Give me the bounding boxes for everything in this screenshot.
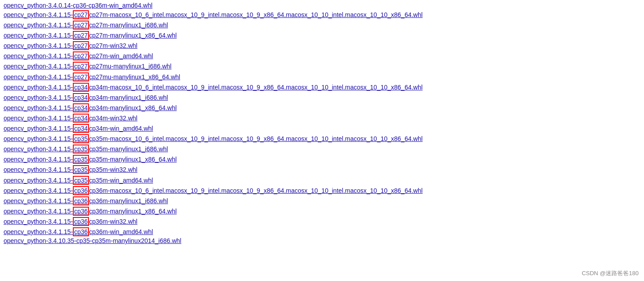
link-highlight: cp34 <box>73 124 89 133</box>
file-link[interactable]: opencv_python-3.4.1.15-cp35cp35m-macosx_… <box>4 134 423 143</box>
link-prefix: opencv_python-3.4.1.15- <box>4 187 73 194</box>
link-highlight: cp36 <box>73 186 89 195</box>
link-prefix: opencv_python-3.4.1.15- <box>4 177 73 184</box>
file-link[interactable]: opencv_python-3.4.1.15-cp35cp35m-manylin… <box>4 145 168 153</box>
list-item: opencv_python-3.4.1.15-cp36cp36m-macosx_… <box>4 186 640 196</box>
list-item: opencv_python-3.4.1.15-cp36cp36m-manylin… <box>4 196 640 206</box>
link-highlight: cp34 <box>73 103 89 112</box>
link-highlight: cp36 <box>73 217 89 226</box>
link-highlight: cp35 <box>73 155 89 164</box>
link-prefix: opencv_python-3.4.1.15- <box>4 21 73 29</box>
file-link[interactable]: opencv_python-3.4.1.15-cp34cp34m-manylin… <box>4 93 168 102</box>
link-suffix: cp36m-win_amd64.whl <box>89 228 153 235</box>
link-highlight: cp35 <box>73 165 89 174</box>
link-suffix: cp34m-manylinux1_x86_64.whl <box>89 104 177 111</box>
file-link[interactable]: opencv_python-3.4.1.15-cp34cp34m-win_amd… <box>4 124 153 133</box>
link-prefix: opencv_python-3.4.1.15- <box>4 218 73 225</box>
watermark: CSDN @迷路爸爸180 <box>582 269 639 277</box>
file-link[interactable]: opencv_python-3.4.1.15-cp36cp36m-manylin… <box>4 196 168 205</box>
link-highlight: cp35 <box>73 145 89 153</box>
list-item: opencv_python-3.4.1.15-cp35cp35m-macosx_… <box>4 134 640 144</box>
link-highlight: cp36 <box>73 196 89 205</box>
link-prefix: opencv_python-3.4.1.15- <box>4 94 73 101</box>
link-suffix: cp35m-win32.whl <box>89 166 137 173</box>
link-suffix: cp35m-win_amd64.whl <box>89 177 153 184</box>
link-suffix: cp27m-manylinux1_i686.whl <box>89 21 168 29</box>
list-item: opencv_python-3.4.1.15-cp27cp27m-manylin… <box>4 20 640 30</box>
list-item: opencv_python-3.4.1.15-cp35cp35m-win_amd… <box>4 175 640 186</box>
list-item: opencv_python-3.4.1.15-cp34cp34m-win_amd… <box>4 123 640 134</box>
link-highlight: cp27 <box>73 21 89 30</box>
file-link[interactable]: opencv_python-3.4.1.15-cp36cp36m-manylin… <box>4 207 177 216</box>
link-suffix: cp36m-macosx_10_6_intel.macosx_10_9_inte… <box>89 187 422 194</box>
file-link[interactable]: opencv_python-3.4.1.15-cp35cp35m-manylin… <box>4 155 177 164</box>
link-suffix: cp27m-win32.whl <box>89 42 137 49</box>
link-suffix: cp34m-manylinux1_i686.whl <box>89 94 168 101</box>
link-suffix: cp34m-win32.whl <box>89 115 137 122</box>
link-suffix: cp36m-manylinux1_i686.whl <box>89 197 168 204</box>
list-item: opencv_python-3.4.1.15-cp36cp36m-win_amd… <box>4 227 640 237</box>
file-link[interactable]: opencv_python-3.4.1.15-cp34cp34m-manylin… <box>4 103 177 112</box>
list-item: opencv_python-3.4.1.15-cp35cp35m-manylin… <box>4 144 640 154</box>
list-item: opencv_python-3.4.1.15-cp34cp34m-macosx_… <box>4 82 640 93</box>
link-suffix: cp27mu-manylinux1_i686.whl <box>89 63 171 70</box>
link-prefix: opencv_python-3.4.1.15- <box>4 11 73 18</box>
list-item: opencv_python-3.4.1.15-cp27cp27m-win_amd… <box>4 51 640 61</box>
link-prefix: opencv_python-3.4.1.15- <box>4 156 73 163</box>
link-highlight: cp27 <box>73 31 89 40</box>
list-item: opencv_python-3.4.1.15-cp35cp35m-win32.w… <box>4 165 640 175</box>
file-link[interactable]: opencv_python-3.4.1.15-cp27cp27m-win_amd… <box>4 51 153 60</box>
link-prefix: opencv_python-3.4.1.15- <box>4 63 73 70</box>
list-item: opencv_python-3.4.1.15-cp27cp27m-macosx_… <box>4 10 640 20</box>
list-item: opencv_python-3.4.1.15-cp35cp35m-manylin… <box>4 154 640 165</box>
link-highlight: cp34 <box>73 114 89 123</box>
link-suffix: cp27m-manylinux1_x86_64.whl <box>89 32 177 39</box>
file-link[interactable]: opencv_python-3.4.1.15-cp34cp34m-win32.w… <box>4 114 137 123</box>
list-item: opencv_python-3.4.1.15-cp27cp27m-win32.w… <box>4 41 640 51</box>
link-suffix: cp27mu-manylinux1_x86_64.whl <box>89 73 180 81</box>
file-link[interactable]: opencv_python-3.4.1.15-cp27cp27mu-manyli… <box>4 62 172 71</box>
file-link[interactable]: opencv_python-3.4.1.15-cp27cp27m-win32.w… <box>4 41 137 50</box>
list-item: opencv_python-3.4.1.15-cp34cp34m-win32.w… <box>4 113 640 123</box>
link-prefix: opencv_python-3.4.1.15- <box>4 197 73 204</box>
file-link[interactable]: opencv_python-3.4.1.15-cp36cp36m-win_amd… <box>4 227 153 236</box>
link-highlight: cp27 <box>73 10 89 19</box>
list-item: opencv_python-3.4.1.15-cp36cp36m-manylin… <box>4 206 640 217</box>
link-suffix: cp36m-win32.whl <box>89 218 137 225</box>
top-link[interactable]: opencv_python-3.4.0.14-cp36-cp36m-win_am… <box>4 2 152 9</box>
file-link[interactable]: opencv_python-3.4.1.15-cp35cp35m-win32.w… <box>4 165 137 174</box>
file-link[interactable]: opencv_python-3.4.1.15-cp36cp36m-macosx_… <box>4 186 423 195</box>
link-highlight: cp27 <box>73 62 89 71</box>
list-item: opencv_python-3.4.1.15-cp27cp27m-manylin… <box>4 30 640 41</box>
bottom-link-item[interactable]: opencv_python-3.4.10.35-cp35-cp35m-manyl… <box>4 237 640 245</box>
list-item: opencv_python-3.4.1.15-cp34cp34m-manylin… <box>4 93 640 103</box>
link-highlight: cp35 <box>73 134 89 143</box>
link-prefix: opencv_python-3.4.1.15- <box>4 104 73 111</box>
link-prefix: opencv_python-3.4.1.15- <box>4 228 73 235</box>
link-prefix: opencv_python-3.4.1.15- <box>4 145 73 153</box>
list-item: opencv_python-3.4.1.15-cp27cp27mu-manyli… <box>4 72 640 82</box>
file-link[interactable]: opencv_python-3.4.1.15-cp35cp35m-win_amd… <box>4 176 153 185</box>
link-suffix: cp34m-macosx_10_6_intel.macosx_10_9_inte… <box>89 84 422 91</box>
link-prefix: opencv_python-3.4.1.15- <box>4 73 73 81</box>
file-link[interactable]: opencv_python-3.4.1.15-cp34cp34m-macosx_… <box>4 83 423 92</box>
list-item: opencv_python-3.4.1.15-cp27cp27mu-manyli… <box>4 61 640 72</box>
link-highlight: cp36 <box>73 227 89 236</box>
file-link[interactable]: opencv_python-3.4.1.15-cp27cp27m-macosx_… <box>4 10 423 19</box>
file-link[interactable]: opencv_python-3.4.1.15-cp27cp27m-manylin… <box>4 31 177 40</box>
bottom-link[interactable]: opencv_python-3.4.10.35-cp35-cp35m-manyl… <box>4 237 181 244</box>
file-link[interactable]: opencv_python-3.4.1.15-cp36cp36m-win32.w… <box>4 217 137 226</box>
link-highlight: cp34 <box>73 93 89 102</box>
link-highlight: cp27 <box>73 51 89 60</box>
link-highlight: cp36 <box>73 207 89 216</box>
list-item: opencv_python-3.4.1.15-cp34cp34m-manylin… <box>4 103 640 113</box>
link-prefix: opencv_python-3.4.1.15- <box>4 208 73 215</box>
link-suffix: cp34m-win_amd64.whl <box>89 125 153 132</box>
list-item: opencv_python-3.4.1.15-cp36cp36m-win32.w… <box>4 217 640 227</box>
file-link[interactable]: opencv_python-3.4.1.15-cp27cp27mu-manyli… <box>4 72 180 81</box>
link-prefix: opencv_python-3.4.1.15- <box>4 42 73 49</box>
link-highlight: cp27 <box>73 41 89 50</box>
top-link-item[interactable]: opencv_python-3.4.0.14-cp36-cp36m-win_am… <box>4 2 640 10</box>
link-suffix: cp35m-manylinux1_i686.whl <box>89 145 168 153</box>
file-link[interactable]: opencv_python-3.4.1.15-cp27cp27m-manylin… <box>4 21 168 30</box>
